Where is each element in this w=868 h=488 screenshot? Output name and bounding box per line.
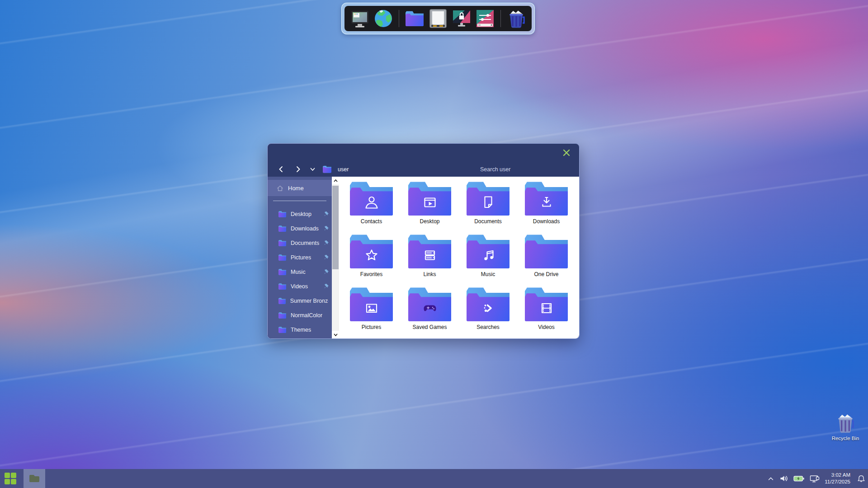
dock-item-internet[interactable] [373,9,393,28]
sidebar-item-home[interactable]: Home [268,180,332,196]
sidebar-item-label: Videos [291,283,308,290]
battery-charging-icon [793,474,805,483]
forward-button[interactable] [292,164,304,175]
recent-locations-button[interactable] [307,164,318,175]
bell-icon [857,474,865,483]
volume-button[interactable] [779,474,788,483]
notifications-button[interactable] [857,474,865,483]
folder-icon [278,240,286,246]
folder-icon [278,327,286,333]
dock-item-personalization[interactable] [475,9,495,28]
folder-label: Desktop [420,218,439,225]
sidebar-item-desktop[interactable]: Desktop [268,207,332,221]
music-note-glyph-icon [467,242,509,268]
system-tray: 3:02 AM 11/27/2025 [767,469,865,488]
document-glyph-icon [467,189,509,216]
folder-item-searches[interactable]: Searches [459,287,517,339]
dock-item-hard-drive[interactable] [428,9,448,28]
folder-icon [525,234,568,268]
address-bar[interactable]: user [338,166,349,173]
folder-label: Downloads [533,218,560,225]
scrollbar-thumb[interactable] [332,186,339,269]
folder-icon [406,11,424,26]
dock-item-desktop[interactable] [350,9,370,28]
sidebar-item-documents[interactable]: Documents [268,236,332,250]
sidebar-item-label: Music [291,269,306,275]
sidebar-item-label: Summer Bronze [290,298,328,304]
sidebar-item-label: NormalColor [291,312,322,319]
window-play-glyph-icon [408,189,451,216]
taskbar-app-file-explorer[interactable] [24,469,45,488]
window-titlebar[interactable] [268,144,579,162]
speaker-icon [779,474,788,483]
sidebar-item-videos[interactable]: Videos [268,279,332,294]
sidebar-item-summer-bronze[interactable]: Summer Bronze [268,294,332,308]
folder-item-music[interactable]: Music [459,234,517,287]
folder-item-one-drive[interactable]: One Drive [517,234,576,287]
folder-label: Music [481,271,495,277]
folder-item-contacts[interactable]: Contacts [342,181,401,234]
none-glyph-icon [525,242,568,268]
sidebar-home-label: Home [288,185,304,192]
sidebar-item-downloads[interactable]: Downloads [268,221,332,236]
search-input[interactable]: Search user [480,166,510,173]
folder-item-pictures[interactable]: Pictures [342,287,401,339]
close-icon [562,149,571,157]
navigation-bar: user Search user [268,162,579,177]
home-icon [277,185,283,192]
tray-overflow-button[interactable] [767,475,774,482]
dock-item-recycle-bin[interactable] [506,9,526,28]
folder-icon [350,234,393,268]
sidebar-item-pictures[interactable]: Pictures [268,250,332,265]
start-icon [11,479,16,484]
clock-time: 3:02 AM [825,472,850,479]
desktop-icon-recycle-bin[interactable]: Recycle Bin [830,412,861,441]
recycle-bin-label: Recycle Bin [832,436,859,441]
sidebar-item-music[interactable]: Music [268,265,332,279]
folder-label: Videos [538,324,554,330]
network-button[interactable] [810,474,820,483]
scrollbar-down-button[interactable] [332,331,339,338]
sidebar-item-normalcolor[interactable]: NormalColor [268,308,332,323]
folder-item-links[interactable]: Links [401,234,459,287]
folder-item-downloads[interactable]: Downloads [517,181,576,234]
folder-icon [408,181,451,216]
taskbar: 3:02 AM 11/27/2025 [0,469,868,488]
start-button[interactable] [5,473,17,485]
folder-icon [278,254,286,261]
folder-label: Documents [474,218,502,225]
start-icon [11,473,16,478]
folder-icon [525,181,568,216]
taskbar-clock[interactable]: 3:02 AM 11/27/2025 [825,472,850,485]
dock [341,3,535,34]
battery-button[interactable] [793,474,805,483]
folder-item-saved-games[interactable]: Saved Games [401,287,459,339]
pin-icon [323,225,329,234]
person-glyph-icon [350,189,393,216]
sidebar-item-label: Downloads [291,225,319,232]
folder-item-videos[interactable]: Videos [517,287,576,339]
folder-icon [350,181,393,216]
close-button[interactable] [561,148,571,158]
lock-screen-icon [452,9,472,28]
scrollbar-up-button[interactable] [332,177,339,184]
folder-item-desktop[interactable]: Desktop [401,181,459,234]
folder-item-documents[interactable]: Documents [459,181,517,234]
sidebar-divider [273,201,326,201]
back-button[interactable] [275,164,287,175]
folder-label: Links [423,271,436,277]
folder-icon [408,234,451,268]
folder-label: Searches [476,324,500,330]
folder-item-favorites[interactable]: Favorites [342,234,401,287]
dock-item-lock-screen[interactable] [452,9,472,28]
folder-label: Favorites [360,271,382,277]
dock-item-file-explorer[interactable] [405,9,425,28]
folder-label: Pictures [362,324,381,330]
list-glyph-icon [408,242,451,268]
folder-icon [28,474,40,483]
gamepad-glyph-icon [408,295,451,321]
folder-icon [278,283,286,290]
folder-icon [278,298,286,304]
sidebar-scrollbar[interactable] [332,177,339,338]
sidebar-item-themes[interactable]: Themes [268,323,332,337]
